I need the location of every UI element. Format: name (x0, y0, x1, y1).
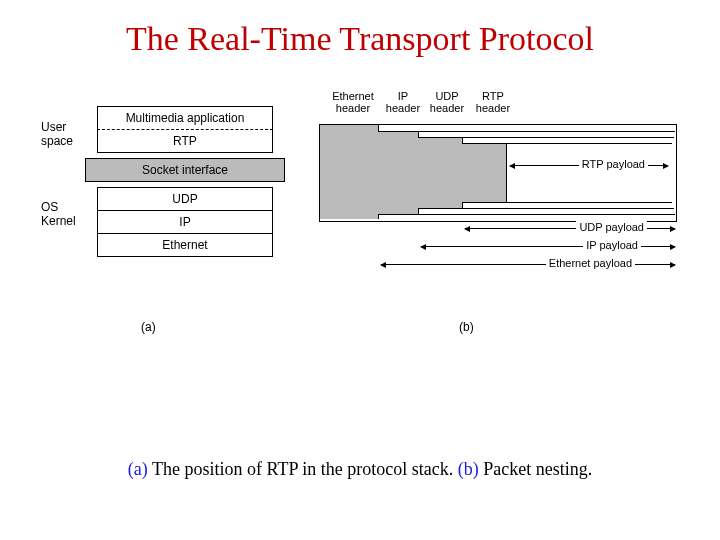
figure-caption: (a) The position of RTP in the protocol … (0, 459, 720, 480)
hdr-eth: Ethernetheader (325, 90, 381, 114)
seg-rtp-header (462, 143, 507, 203)
row-multimedia: Multimedia application (97, 106, 273, 130)
seg-udp-header (418, 137, 463, 209)
caption-b-prefix: (b) (458, 459, 484, 479)
row-udp: UDP (97, 187, 273, 211)
caption-a-text: The position of RTP in the protocol stac… (152, 459, 458, 479)
hdr-ip: IPheader (383, 90, 423, 114)
label-user-space: Userspace (41, 120, 73, 148)
label-os-kernel: OSKernel (41, 200, 76, 228)
hdr-udp: UDPheader (425, 90, 469, 114)
seg-ip-header (378, 131, 419, 215)
seg-eth-header (320, 125, 379, 219)
figure-container: Userspace OSKernel Multimedia applicatio… (0, 88, 720, 308)
row-ip: IP (97, 211, 273, 234)
row-ethernet: Ethernet (97, 234, 273, 257)
panel-a-sublabel: (a) (141, 320, 156, 334)
panel-a: Userspace OSKernel Multimedia applicatio… (41, 88, 281, 308)
protocol-stack: Multimedia application RTP Socket interf… (97, 106, 273, 257)
hdr-rtp: RTPheader (471, 90, 515, 114)
row-rtp: RTP (97, 130, 273, 153)
header-labels: Ethernetheader IPheader UDPheader RTPhea… (319, 90, 675, 124)
page-title: The Real-Time Transport Protocol (0, 20, 720, 58)
caption-a-prefix: (a) (128, 459, 152, 479)
panel-b: Ethernetheader IPheader UDPheader RTPhea… (319, 88, 679, 308)
packet-outer: RTP payload (319, 124, 677, 222)
caption-b-text: Packet nesting. (483, 459, 592, 479)
row-socket: Socket interface (85, 158, 285, 182)
panel-b-sublabel: (b) (459, 320, 474, 334)
